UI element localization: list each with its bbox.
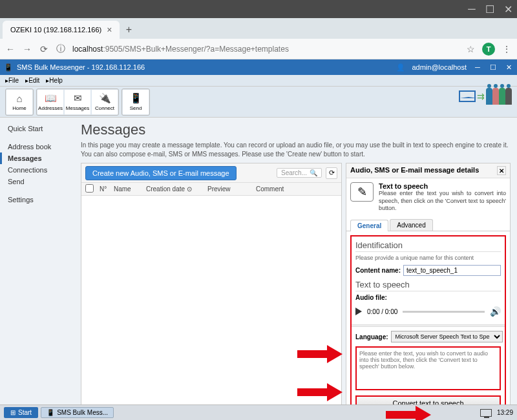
envelope-graphic-icon [459, 90, 476, 102]
browser-tab[interactable]: OZEKI 10 (192.168.112.166) × [3, 21, 120, 39]
col-name[interactable]: Name [110, 185, 142, 193]
connect-button[interactable]: 🔌Connect [92, 90, 118, 114]
play-icon[interactable] [355, 308, 362, 315]
language-label: Language: [355, 333, 388, 341]
tts-header-desc: Please enter the text you wish to conver… [379, 190, 506, 213]
app-icon: 📱 [47, 409, 54, 416]
url-host: localhost [72, 45, 103, 54]
sidebar-item-quickstart[interactable]: Quick Start [0, 123, 74, 134]
user-label[interactable]: admin@localhost [412, 63, 467, 71]
windows-icon: ⊞ [10, 409, 16, 416]
sidebar: Quick Start Address book Messages Connec… [0, 118, 74, 420]
language-select[interactable]: Microsoft Server Speech Text to Spe [391, 331, 503, 342]
user-icon: 👤 [396, 63, 405, 72]
start-button[interactable]: ⊞Start [4, 407, 38, 418]
page-description: In this page you may create a message te… [81, 141, 511, 159]
book-icon: 📖 [45, 92, 57, 104]
os-titlebar: ─ ☐ ✕ [0, 0, 517, 18]
content: Messages In this page you may create a m… [74, 118, 517, 420]
close-icon[interactable]: ✕ [504, 5, 512, 13]
home-button[interactable]: ⌂Home [6, 90, 32, 114]
sidebar-item-connections[interactable]: Connections [0, 164, 74, 176]
avatar[interactable]: T [482, 43, 495, 56]
refresh-icon: ⟳ [329, 169, 335, 177]
details-panel: Audio, SMS or E-mail message details ✕ ✎… [346, 163, 511, 420]
app-close-icon[interactable]: ✕ [504, 63, 513, 72]
taskbar-app[interactable]: 📱SMS Bulk Mess... [41, 407, 114, 418]
new-tab-button[interactable]: + [120, 21, 138, 39]
clock: 13:29 [497, 409, 513, 416]
sidebar-item-messages[interactable]: Messages [0, 152, 74, 164]
identification-heading: Identification [355, 240, 501, 252]
app-header: 📱 SMS Bulk Messenger - 192.168.112.166 👤… [0, 59, 517, 75]
addresses-button[interactable]: 📖Addresses [37, 90, 63, 114]
display-icon[interactable] [480, 409, 492, 417]
content-name-input[interactable] [403, 265, 501, 276]
reload-icon[interactable]: ⟳ [39, 44, 49, 54]
general-panel: Identification Please provide a unique n… [350, 235, 506, 416]
tts-textarea[interactable] [355, 346, 501, 390]
identification-hint: Please provide a unique name for this co… [355, 255, 501, 261]
menu-file[interactable]: ▸File [3, 77, 21, 84]
message-list-panel: Create new Audio, SMS or E-mail message … [81, 163, 342, 420]
sort-icon: ⊙ [187, 185, 192, 193]
forward-icon[interactable]: → [22, 44, 32, 54]
audio-track[interactable] [403, 311, 485, 313]
browser-address-bar: ← → ⟳ ⓘ localhost:9505/SMS+Bulk+Messenge… [0, 39, 517, 59]
audio-file-label: Audio file: [355, 294, 501, 301]
arrows-icon: ⇉ [477, 91, 485, 101]
home-icon: ⌂ [16, 93, 22, 104]
menu-edit[interactable]: ▸Edit [23, 77, 42, 84]
url-path: :9505/SMS+Bulk+Messenger/?a=Message+temp… [103, 45, 289, 54]
col-comment[interactable]: Comment [252, 185, 341, 193]
maximize-icon[interactable]: ☐ [486, 5, 494, 13]
sidebar-item-settings[interactable]: Settings [0, 194, 74, 205]
refresh-button[interactable]: ⟳ [326, 167, 337, 179]
page-title: Messages [81, 121, 511, 138]
phone-icon: 📱 [4, 63, 13, 72]
content-name-label: Content name: [355, 267, 401, 274]
table-header: N° Name Creation date ⊙ Preview Comment [81, 183, 341, 196]
compose-icon: ✎ [350, 182, 374, 202]
messages-button[interactable]: ✉Messages [65, 90, 90, 114]
header-graphic: ⇉ [459, 88, 512, 105]
col-preview[interactable]: Preview [204, 185, 252, 193]
tab-advanced[interactable]: Advanced [390, 219, 432, 231]
taskbar: ⊞Start 📱SMS Bulk Mess... 13:29 [0, 404, 517, 420]
col-no[interactable]: N° [96, 185, 110, 193]
browser-tabs-bar: OZEKI 10 (192.168.112.166) × + [0, 18, 517, 39]
url-field[interactable]: localhost:9505/SMS+Bulk+Messenger/?a=Mes… [72, 45, 459, 54]
app-minimize-icon[interactable]: ─ [473, 63, 482, 72]
phone-send-icon: 📱 [130, 92, 142, 104]
plug-icon: 🔌 [99, 92, 111, 104]
search-input[interactable]: Search... 🔍 [277, 168, 322, 178]
browser-menu-icon[interactable]: ⋮ [501, 44, 512, 54]
select-all-checkbox[interactable] [85, 184, 94, 193]
minimize-icon[interactable]: ─ [468, 5, 476, 13]
menu-help[interactable]: ▸Help [43, 77, 65, 84]
audio-time: 0:00 / 0:00 [367, 308, 397, 315]
app-title: SMS Bulk Messenger - 192.168.112.166 [17, 63, 145, 71]
star-icon[interactable]: ☆ [465, 44, 476, 54]
volume-icon[interactable]: 🔊 [490, 306, 501, 317]
sidebar-item-addressbook[interactable]: Address book [0, 141, 74, 152]
search-icon: 🔍 [310, 169, 317, 176]
app-maximize-icon[interactable]: ☐ [489, 63, 498, 72]
send-button[interactable]: 📱Send [123, 90, 149, 114]
tab-title: OZEKI 10 (192.168.112.166) [10, 26, 101, 34]
tab-general[interactable]: General [350, 220, 388, 231]
info-icon[interactable]: ⓘ [56, 44, 66, 54]
audio-player[interactable]: 0:00 / 0:00 🔊 [355, 306, 501, 317]
details-close-icon[interactable]: ✕ [497, 166, 506, 175]
back-icon[interactable]: ← [5, 44, 16, 54]
main-area: Quick Start Address book Messages Connec… [0, 118, 517, 420]
table-body [81, 196, 341, 412]
col-date[interactable]: Creation date ⊙ [142, 185, 204, 193]
sidebar-item-send[interactable]: Send [0, 176, 74, 187]
tab-close-icon[interactable]: × [107, 25, 112, 35]
tts-header-title: Text to speech [379, 182, 506, 190]
tts-heading: Text to speech [355, 280, 501, 291]
create-new-button[interactable]: Create new Audio, SMS or E-mail message [85, 166, 237, 180]
app-menubar: ▸File ▸Edit ▸Help [0, 75, 517, 87]
envelope-icon: ✉ [74, 92, 82, 104]
